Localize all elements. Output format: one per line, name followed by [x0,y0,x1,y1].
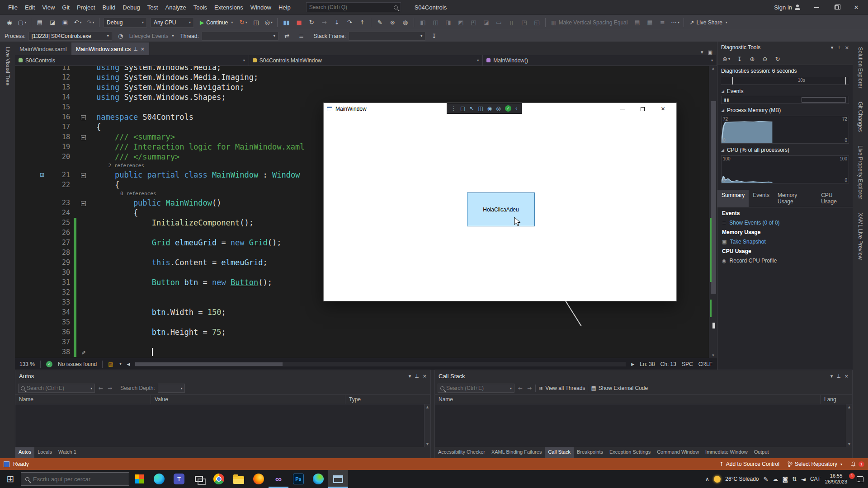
web-browser-icon[interactable]: ◎▾ [263,17,274,28]
step-over-icon[interactable]: ↷ [344,17,355,28]
window-position-icon[interactable]: ▾ [830,373,833,379]
xaml-settings-gear-icon[interactable]: ⊛ [387,17,398,28]
issues-status[interactable]: No issues found [58,361,97,367]
edge-icon[interactable] [149,470,169,488]
sign-in-button[interactable]: Sign in [774,4,800,11]
code-line-37[interactable]: 37 [15,337,709,347]
editor-vertical-scrollbar[interactable]: ▲▼ [709,66,717,358]
search-next-icon[interactable]: → [107,385,113,391]
align-lefts-icon[interactable]: ◧ [417,17,429,28]
process-memory-chart[interactable]: 72 0 72 0 [721,116,849,144]
codelens-references[interactable]: 2 references [90,162,144,170]
solution-platforms-select[interactable]: Any CPU▾ [151,18,194,28]
align-rights-icon[interactable]: ◨ [442,17,454,28]
background-tasks-icon[interactable] [4,461,9,467]
step-into-icon[interactable]: ↓ [331,17,343,28]
panel-tab-watch-1[interactable]: Watch 1 [55,447,80,458]
close-panel-icon[interactable]: × [423,373,427,379]
stack-frame-select[interactable]: ▾ [349,32,425,41]
breadcrumb-s04controls-mainwindow[interactable]: S04Controls.MainWindow▾ [249,55,483,66]
layout-list-icon[interactable]: ≡ [656,17,668,28]
app-minimize-button[interactable] [612,103,632,115]
grid-snap-icon[interactable]: ▦ [644,17,656,28]
panel-tab-command-window[interactable]: Command Window [654,447,702,458]
search-prev-icon[interactable]: ← [517,385,524,391]
open-file-icon[interactable]: ▤ [34,17,46,28]
breadcrumb-s04controls[interactable]: S04Controls▾ [15,55,249,66]
toolbar-overflow-icon[interactable]: ⋯▾ [669,17,681,28]
select-tools-icon[interactable]: ⊛▾ [721,54,731,65]
quick-actions-icon[interactable]: ✎ [78,351,88,355]
panel-tab-breakpoints[interactable]: Breakpoints [574,447,606,458]
side-tab-live-property-explorer[interactable]: Live Property Explorer [856,143,864,202]
pin-tab-icon[interactable]: ⊥ [133,46,138,52]
hot-reload-status-icon[interactable]: ✓ [505,105,511,112]
select-element-icon[interactable]: ↖ [469,105,474,112]
scan-accessibility-icon[interactable]: ◎ [496,105,500,112]
taskbar-search[interactable] [21,472,129,486]
quick-launch-input[interactable] [309,4,394,10]
codelens-references[interactable]: 0 references [90,190,156,198]
browser-app-icon[interactable] [308,470,328,488]
solution-configurations-select[interactable]: Debug▾ [104,18,147,28]
stack-frame-nav-icon[interactable]: ↧ [428,31,440,42]
file-explorer-icon[interactable] [229,470,249,488]
action-center-icon[interactable] [857,476,863,482]
notifications-bell[interactable]: 1 [850,461,864,467]
panel-tab-accessibility-checker[interactable]: Accessibility Checker [435,447,488,458]
diag-tab-events[interactable]: Events [749,190,774,207]
chrome-icon[interactable] [209,470,229,488]
spaces-indicator[interactable]: SPC [682,361,693,367]
stop-debugging-icon[interactable]: ■ [293,17,305,28]
window-position-icon[interactable]: ▾ [831,45,834,51]
go-to-live-visual-tree-icon[interactable]: ▢ [460,105,465,112]
track-focused-element-icon[interactable]: ◉ [487,105,492,112]
hidden-icons-chevron[interactable]: ∧ [705,476,710,483]
call-stack-scrollbar[interactable]: ▲▼ [846,404,852,447]
code-line-12[interactable]: 12using System.Windows.Media.Imaging; [15,72,709,82]
events-section-header[interactable]: ◢Events [717,85,853,96]
code-cleanup-icon[interactable]: ▨ [108,361,113,367]
close-tab-icon[interactable]: × [141,46,145,52]
panel-tab-locals[interactable]: Locals [34,447,55,458]
pin-icon[interactable]: ⊥ [837,45,841,51]
process-history-icon[interactable]: ◔ [115,31,127,42]
cpu-chart[interactable]: 100 0 100 0 [721,155,849,183]
close-button[interactable]: ✕ [846,0,866,14]
toolbar-grip[interactable]: ⋮ [451,105,456,112]
hscroll-left-arrow[interactable]: ◀ [127,362,130,366]
align-middles-icon[interactable]: ◰ [467,17,479,28]
panel-tab-call-stack[interactable]: Call Stack [545,447,574,458]
code-line-13[interactable]: 13using System.Windows.Navigation; [15,82,709,92]
widgets-app-icon[interactable] [129,470,149,488]
thread-select[interactable]: ▾ [202,32,278,41]
panel-tab-immediate-window[interactable]: Immediate Window [702,447,751,458]
show-next-statement-icon[interactable]: → [318,17,330,28]
column-header-lang[interactable]: Lang [821,395,852,404]
show-external-code-button[interactable]: ▤ Show External Code [591,385,648,391]
code-line-11[interactable]: 11using System.Windows.Media; [15,66,709,72]
display-layout-adorners-icon[interactable]: ◫ [478,105,483,112]
call-stack-list[interactable] [435,404,846,447]
hot-reload-icon[interactable]: ↻▾ [237,17,249,28]
diag-tab-summary[interactable]: Summary [717,190,749,207]
zoom-in-icon[interactable]: ⊕ [748,54,757,65]
taskbar-search-input[interactable] [33,476,125,483]
visual-studio-icon[interactable]: ∞ [269,470,288,488]
autos-search-input[interactable] [27,385,88,391]
breadcrumb-mainwindow[interactable]: MainWindow()▾ [483,55,717,66]
show-events-link[interactable]: ≡Show Events (0 of 0) [722,220,848,226]
break-all-icon[interactable]: ▮▮ [280,17,292,28]
menu-project[interactable]: Project [73,2,99,13]
active-files-dropdown-icon[interactable]: ▾ [701,49,703,55]
menu-debug[interactable]: Debug [119,2,143,13]
app-close-button[interactable]: ✕ [653,103,673,115]
take-snapshot-link[interactable]: ▣Take Snapshot [722,239,848,245]
thread-list-icon[interactable]: ≡ [296,31,307,42]
search-prev-icon[interactable]: ← [98,385,104,391]
quick-launch-search[interactable] [306,2,401,12]
live-share-button[interactable]: ↗Live Share▾ [687,17,730,28]
zoom-out-icon[interactable]: ⊖ [760,54,769,65]
wpf-app-window[interactable]: MainWindow ✕ ⋮▢↖◫◉◎✓‹ HolaClicaAdeu [323,103,677,301]
code-line-35[interactable]: 35 [15,317,709,327]
